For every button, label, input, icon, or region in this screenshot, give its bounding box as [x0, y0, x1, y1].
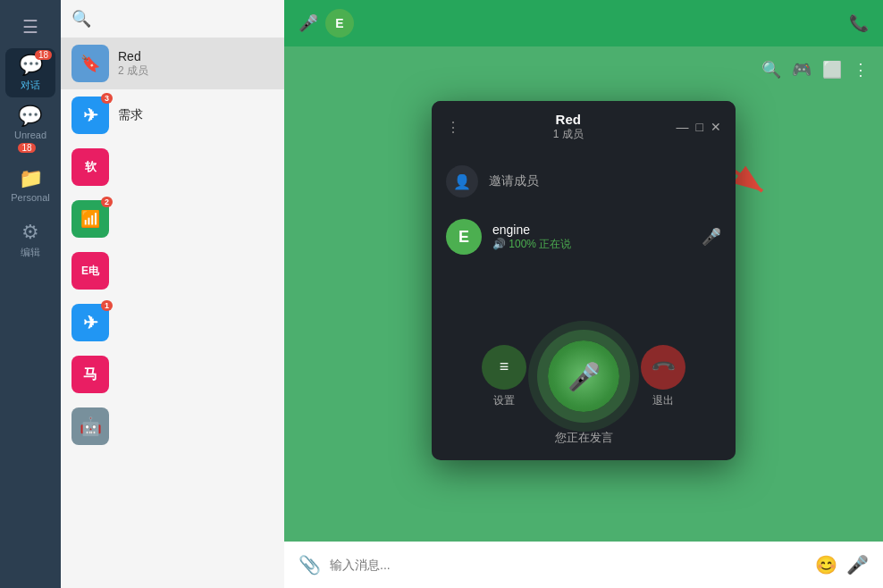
- game-header-icon[interactable]: 🎮: [792, 60, 812, 80]
- member-avatar: E: [446, 219, 482, 255]
- nav-item-unread[interactable]: 💬 Unread 18: [11, 101, 50, 155]
- call-invite-row[interactable]: 👤 邀请成员: [432, 153, 736, 210]
- nav-label-unread: Unread: [14, 130, 46, 140]
- chat-item-ma[interactable]: 马: [61, 349, 284, 400]
- chat-sidebar-header: 🔍: [61, 0, 284, 38]
- chat-sidebar: 🔍 🔖 Red 2 成员 ✈ 3 需求 软: [61, 0, 284, 588]
- wifi-badge: 2: [101, 197, 113, 207]
- main-header: 🔍 🎮 ⬜ ⋮: [284, 46, 883, 93]
- nav-label-chat: 对话: [21, 79, 40, 92]
- chat-name-red: Red: [118, 49, 273, 63]
- hangup-icon: 📞: [649, 353, 677, 381]
- nav-item-edit[interactable]: ⚙ 编辑: [5, 215, 55, 265]
- chat-item-edian[interactable]: E电: [61, 245, 284, 297]
- call-member-row: E engine 🔊 100% 正在说 🎤: [432, 210, 736, 264]
- member-mic-icon[interactable]: 🎤: [702, 227, 721, 247]
- call-dialog-menu-icon[interactable]: ⋮: [446, 119, 460, 136]
- nav-item-chat[interactable]: 💬 对话 18: [5, 48, 55, 97]
- chat-item-soft[interactable]: 软: [61, 141, 284, 193]
- unread-icon: 💬: [18, 105, 42, 128]
- main-mic-button[interactable]: 🎤: [548, 340, 619, 412]
- layout-header-icon[interactable]: ⬜: [822, 60, 842, 80]
- call-dialog-window-controls: — □ ✕: [677, 120, 721, 134]
- chat-item-red[interactable]: 🔖 Red 2 成员: [61, 38, 284, 89]
- telegram2-badge: 1: [101, 300, 113, 311]
- main-mic-icon: 🎤: [568, 361, 601, 392]
- telegram-badge: 3: [101, 93, 113, 104]
- settings-btn-group: ≡ 设置: [482, 345, 526, 408]
- hangup-label: 退出: [652, 393, 674, 408]
- avatar-ma: 马: [71, 356, 109, 393]
- nav-label-personal: Personal: [11, 192, 49, 203]
- nav-label-edit: 编辑: [21, 246, 40, 259]
- invite-icon: 👤: [446, 165, 478, 197]
- voice-phone-icon[interactable]: 📞: [849, 13, 869, 33]
- main-area: 🎤 E 📞 🔍 🎮 ⬜ ⋮ 📎 😊: [284, 0, 883, 588]
- invite-label: 邀请成员: [489, 173, 539, 189]
- chat-badge: 18: [35, 50, 52, 60]
- settings-icon: ≡: [500, 357, 509, 376]
- member-name: engine: [492, 223, 691, 237]
- call-dialog: ⋮ Red 1 成员 — □ ✕ 👤 邀请成员 E: [432, 101, 736, 460]
- speaking-label: 您正在发言: [555, 430, 613, 446]
- avatar-red: 🔖: [71, 45, 109, 82]
- avatar-soft: 软: [71, 148, 109, 186]
- member-status: 🔊 100% 正在说: [492, 237, 691, 252]
- call-dialog-subtitle: 1 成员: [460, 127, 677, 142]
- emoji-icon[interactable]: 😊: [815, 554, 837, 575]
- unread-badge: 18: [18, 143, 35, 153]
- voice-avatar: E: [325, 9, 354, 38]
- chat-list: 🔖 Red 2 成员 ✈ 3 需求 软: [61, 38, 284, 588]
- chat-item-android[interactable]: 🤖: [61, 400, 284, 452]
- edit-icon: ⚙: [21, 221, 39, 244]
- menu-icon[interactable]: ☰: [15, 9, 46, 45]
- call-close-btn[interactable]: ✕: [711, 120, 721, 134]
- search-header-icon[interactable]: 🔍: [761, 60, 781, 80]
- attach-icon[interactable]: 📎: [299, 554, 321, 575]
- nav-sidebar: ☰ 💬 对话 18 💬 Unread 18 📁 Personal ⚙ 编辑: [0, 0, 61, 588]
- avatar-edian: E电: [71, 252, 109, 290]
- call-maximize-btn[interactable]: □: [696, 120, 703, 134]
- hangup-button[interactable]: 📞: [641, 345, 685, 390]
- call-minimize-btn[interactable]: —: [677, 120, 689, 134]
- soft-label: 软: [85, 159, 97, 175]
- avatar-wifi: 📶 2: [71, 200, 109, 238]
- settings-button[interactable]: ≡: [482, 345, 526, 390]
- edian-label: E电: [81, 264, 99, 279]
- avatar-android: 🤖: [71, 407, 109, 445]
- chat-sub-red: 2 成员: [118, 63, 273, 79]
- call-controls-row: ≡ 设置 🎤 📞 退出: [482, 340, 685, 412]
- personal-icon: 📁: [19, 167, 43, 190]
- call-dialog-title: Red: [460, 112, 677, 127]
- chat-item-telegram[interactable]: ✈ 3 需求: [61, 89, 284, 141]
- ma-label: 马: [83, 365, 97, 384]
- settings-label: 设置: [493, 393, 515, 408]
- message-input[interactable]: [330, 558, 806, 572]
- call-dialog-titlebar: ⋮ Red 1 成员 — □ ✕: [432, 101, 736, 153]
- member-info: engine 🔊 100% 正在说: [492, 223, 691, 252]
- voice-mic-icon: 🎤: [299, 13, 318, 33]
- main-footer: 📎 😊 🎤: [284, 542, 883, 588]
- avatar-telegram2: ✈ 1: [71, 304, 109, 341]
- avatar-telegram: ✈ 3: [71, 97, 109, 134]
- sidebar-search-icon[interactable]: 🔍: [71, 9, 91, 29]
- call-body: ≡ 设置 🎤 📞 退出 您正在发言: [432, 264, 736, 460]
- chat-info-telegram: 需求: [118, 107, 273, 123]
- more-header-icon[interactable]: ⋮: [853, 60, 869, 80]
- chat-info-red: Red 2 成员: [118, 49, 273, 79]
- chat-item-wifi[interactable]: 📶 2: [61, 193, 284, 245]
- chat-name-telegram: 需求: [118, 107, 273, 123]
- chat-item-telegram2[interactable]: ✈ 1: [61, 297, 284, 349]
- voice-call-bar: 🎤 E 📞: [284, 0, 883, 46]
- footer-mic-icon[interactable]: 🎤: [846, 554, 869, 575]
- hangup-btn-group: 📞 退出: [641, 345, 685, 408]
- nav-item-personal[interactable]: 📁 Personal: [5, 162, 55, 208]
